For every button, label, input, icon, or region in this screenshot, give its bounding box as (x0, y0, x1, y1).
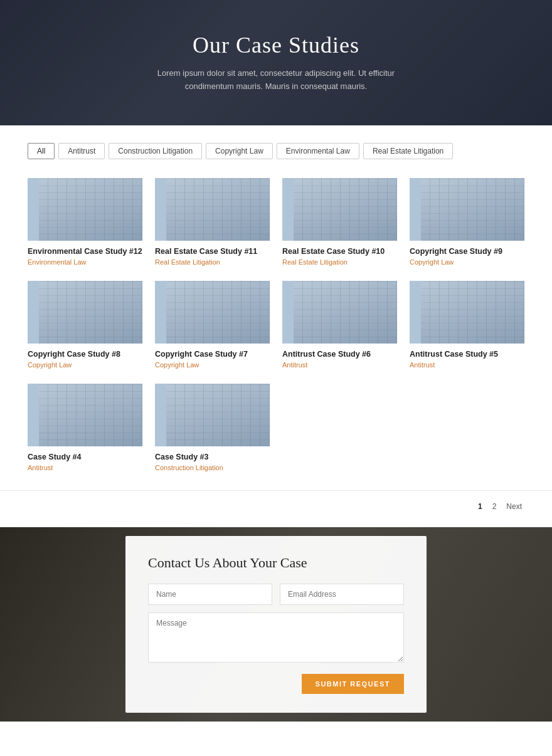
case-card[interactable]: Real Estate Case Study #11Real Estate Li… (155, 178, 270, 266)
case-title: Copyright Case Study #7 (155, 350, 270, 359)
case-card-image (410, 281, 524, 344)
hero-content: Our Case Studies Lorem ipsum dolor sit a… (119, 32, 433, 93)
pagination-next[interactable]: Next (504, 501, 524, 512)
case-card[interactable]: Copyright Case Study #8Copyright Law (28, 281, 142, 369)
submit-button[interactable]: SUBMIT REQUEST (302, 674, 404, 694)
case-card-image (155, 281, 270, 344)
filter-btn-environmental-law[interactable]: Environmental Law (277, 143, 359, 159)
contact-form-box: Contact Us About Your Case SUBMIT REQUES… (125, 536, 427, 713)
filter-btn-real-estate-litigation[interactable]: Real Estate Litigation (363, 143, 453, 159)
case-category: Antitrust (282, 361, 397, 369)
case-card-image (155, 384, 270, 446)
pagination: 12Next (0, 490, 552, 527)
filter-bar: AllAntitrustConstruction LitigationCopyr… (0, 125, 552, 172)
building-illustration (421, 281, 524, 344)
case-category: Environmental Law (28, 258, 142, 266)
contact-section: Contact Us About Your Case SUBMIT REQUES… (0, 527, 552, 722)
case-card[interactable]: Real Estate Case Study #10Real Estate Li… (282, 178, 397, 266)
case-category: Copyright Law (155, 361, 270, 369)
case-card-image (28, 178, 142, 241)
case-category: Construction Litigation (155, 464, 270, 471)
case-card-image (155, 178, 270, 241)
building-illustration (421, 178, 524, 241)
pagination-page-1[interactable]: 1 (475, 501, 485, 512)
building-illustration (294, 178, 397, 241)
case-card[interactable]: Case Study #3Construction Litigation (155, 384, 270, 471)
hero-subtitle: Lorem ipsum dolor sit amet, consectetur … (144, 67, 408, 93)
case-card[interactable]: Copyright Case Study #9Copyright Law (410, 178, 524, 266)
case-category: Antitrust (410, 361, 524, 369)
case-title: Case Study #4 (28, 453, 142, 461)
building-illustration (39, 178, 142, 241)
case-category: Antitrust (28, 464, 142, 471)
case-card[interactable]: Copyright Case Study #7Copyright Law (155, 281, 270, 369)
case-title: Case Study #3 (155, 453, 270, 461)
contact-title: Contact Us About Your Case (148, 555, 404, 571)
case-card[interactable]: Environmental Case Study #12Environmenta… (28, 178, 142, 266)
building-illustration (294, 281, 397, 344)
case-card-image (28, 281, 142, 344)
case-category: Real Estate Litigation (282, 258, 397, 266)
case-card-image (410, 178, 524, 241)
case-title: Copyright Case Study #9 (410, 247, 524, 256)
case-title: Real Estate Case Study #11 (155, 247, 270, 256)
case-title: Copyright Case Study #8 (28, 350, 142, 359)
case-card-image (282, 281, 397, 344)
case-category: Copyright Law (410, 258, 524, 266)
building-illustration (166, 281, 270, 344)
filter-btn-construction-litigation[interactable]: Construction Litigation (109, 143, 202, 159)
case-category: Copyright Law (28, 361, 142, 369)
case-card[interactable]: Case Study #4Antitrust (28, 384, 142, 471)
filter-btn-copyright-law[interactable]: Copyright Law (206, 143, 273, 159)
case-title: Environmental Case Study #12 (28, 247, 142, 256)
email-input[interactable] (280, 584, 404, 605)
case-title: Real Estate Case Study #10 (282, 247, 397, 256)
building-illustration (166, 384, 270, 446)
name-input[interactable] (148, 584, 272, 605)
case-title: Antitrust Case Study #6 (282, 350, 397, 359)
contact-name-email-row (148, 584, 404, 605)
case-card-image (28, 384, 142, 446)
case-card[interactable]: Antitrust Case Study #5Antitrust (410, 281, 524, 369)
case-card-image (282, 178, 397, 241)
pagination-page-2[interactable]: 2 (490, 501, 499, 512)
hero-section: Our Case Studies Lorem ipsum dolor sit a… (0, 0, 552, 125)
case-card[interactable]: Antitrust Case Study #6Antitrust (282, 281, 397, 369)
building-illustration (166, 178, 270, 241)
case-category: Real Estate Litigation (155, 258, 270, 266)
building-illustration (39, 384, 142, 446)
building-illustration (39, 281, 142, 344)
case-title: Antitrust Case Study #5 (410, 350, 524, 359)
hero-title: Our Case Studies (144, 32, 408, 58)
filter-btn-all[interactable]: All (28, 143, 55, 159)
message-textarea[interactable] (148, 612, 404, 663)
cases-grid: Environmental Case Study #12Environmenta… (0, 172, 552, 490)
filter-btn-antitrust[interactable]: Antitrust (58, 143, 105, 159)
